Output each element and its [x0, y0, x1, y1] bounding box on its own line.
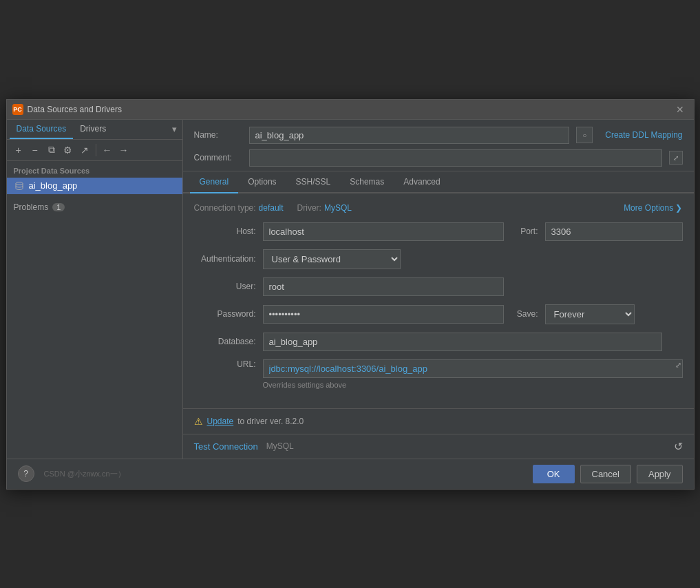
comment-label: Comment: — [194, 153, 242, 162]
ok-button[interactable]: OK — [533, 465, 575, 483]
export-button[interactable]: ↗ — [77, 143, 92, 158]
title-bar: PC Data Sources and Drivers ✕ — [7, 100, 694, 120]
sidebar-toolbar: + − ⧉ ⚙ ↗ ← → — [7, 140, 182, 161]
sidebar-tabs: Data Sources Drivers ▾ — [7, 120, 182, 140]
cancel-button[interactable]: Cancel — [580, 465, 631, 483]
problems-badge: 1 — [52, 203, 65, 211]
warning-icon: ⚠ — [194, 416, 203, 427]
user-input[interactable] — [263, 277, 504, 296]
conn-type-label: Connection type: — [194, 203, 256, 213]
url-input[interactable] — [263, 359, 683, 378]
help-button[interactable]: ? — [18, 465, 34, 482]
user-row: User: — [194, 277, 683, 296]
warning-text: to driver ver. 8.2.0 — [237, 417, 304, 426]
close-button[interactable]: ✕ — [672, 103, 688, 116]
overrides-hint: Overrides settings above — [263, 381, 683, 389]
svg-point-0 — [16, 182, 23, 185]
host-row: Host: Port: — [194, 222, 683, 241]
name-row: Name: ○ Create DDL Mapping — [194, 127, 683, 144]
update-link[interactable]: Update — [207, 417, 234, 426]
url-label: URL: — [194, 359, 256, 369]
auth-select[interactable]: User & Password No auth SSH SSL — [263, 249, 401, 269]
tab-data-sources[interactable]: Data Sources — [10, 120, 74, 139]
database-input[interactable] — [263, 333, 662, 351]
connection-header: Name: ○ Create DDL Mapping Comment: ⤢ — [183, 120, 694, 171]
database-row: Database: — [194, 333, 683, 351]
create-ddl-link[interactable]: Create DDL Mapping — [605, 130, 682, 140]
sidebar-tab-dropdown-icon[interactable]: ▾ — [169, 121, 180, 137]
problems-section: Problems 1 — [7, 200, 182, 215]
toolbar-separator — [96, 144, 96, 156]
dialog-title: Data Sources and Drivers — [28, 105, 668, 114]
host-input[interactable] — [263, 222, 504, 241]
project-data-sources-label: Project Data Sources — [7, 161, 182, 178]
comment-row: Comment: ⤢ — [194, 149, 683, 167]
password-label: Password: — [194, 309, 256, 319]
tab-ssh-ssl[interactable]: SSH/SSL — [286, 171, 341, 193]
url-row: URL: ⤢ — [194, 359, 683, 378]
database-label: Database: — [194, 337, 256, 346]
tab-advanced[interactable]: Advanced — [394, 171, 449, 193]
remove-button[interactable]: − — [28, 143, 43, 158]
auth-label: Authentication: — [194, 254, 256, 264]
datasource-icon — [14, 180, 25, 191]
main-content: Data Sources Drivers ▾ + − ⧉ ⚙ ↗ ← → Pro… — [7, 120, 694, 459]
dialog: PC Data Sources and Drivers ✕ Data Sourc… — [6, 99, 694, 490]
comment-input[interactable] — [249, 149, 662, 167]
add-button[interactable]: + — [11, 143, 26, 158]
sidebar: Data Sources Drivers ▾ + − ⧉ ⚙ ↗ ← → Pro… — [7, 120, 183, 459]
port-input[interactable] — [545, 222, 683, 241]
auth-row: Authentication: User & Password No auth … — [194, 249, 683, 269]
form-area: Connection type: default Driver: MySQL M… — [183, 193, 694, 408]
tabs-bar: General Options SSH/SSL Schemas Advanced — [183, 171, 694, 193]
conn-type-value[interactable]: default — [259, 203, 284, 213]
test-connection-button[interactable]: Test Connection — [194, 441, 258, 452]
name-label: Name: — [194, 130, 242, 140]
port-label: Port: — [511, 227, 538, 236]
settings-button[interactable]: ⚙ — [61, 143, 76, 158]
url-expand-button[interactable]: ⤢ — [675, 361, 681, 370]
name-input[interactable] — [249, 127, 570, 144]
problems-label: Problems — [14, 202, 49, 212]
datasource-name: ai_blog_app — [29, 180, 78, 191]
password-input[interactable] — [263, 305, 504, 324]
connection-info-row: Connection type: default Driver: MySQL M… — [194, 203, 683, 213]
comment-expand-button[interactable]: ⤢ — [669, 151, 683, 165]
conn-driver-label: Driver: — [297, 203, 321, 213]
spinner-button[interactable]: ○ — [576, 127, 593, 143]
bottom-actions: Test Connection MySQL ↺ — [183, 434, 694, 459]
footer-left: ? CSDN @小znwx.cn一） — [18, 465, 125, 482]
forward-button[interactable]: → — [116, 143, 131, 158]
user-label: User: — [194, 282, 256, 291]
warning-bar: ⚠ Update to driver ver. 8.2.0 — [183, 408, 694, 434]
watermark: CSDN @小znwx.cn一） — [44, 469, 125, 479]
save-select[interactable]: Forever Until restart Never — [545, 304, 635, 324]
dialog-footer: ? CSDN @小znwx.cn一） OK Cancel Apply — [7, 459, 694, 489]
app-icon: PC — [12, 104, 23, 115]
copy-button[interactable]: ⧉ — [44, 143, 59, 158]
refresh-button[interactable]: ↺ — [674, 440, 683, 453]
tab-schemas[interactable]: Schemas — [340, 171, 394, 193]
host-label: Host: — [194, 227, 256, 236]
tab-general[interactable]: General — [190, 171, 239, 193]
url-input-wrap: ⤢ — [263, 359, 683, 378]
mysql-label: MySQL — [266, 441, 294, 451]
password-row: Password: Save: Forever Until restart Ne… — [194, 304, 683, 324]
conn-driver-value[interactable]: MySQL — [324, 203, 352, 213]
save-label: Save: — [511, 309, 538, 319]
tab-options[interactable]: Options — [238, 171, 286, 193]
tab-drivers[interactable]: Drivers — [73, 120, 113, 139]
datasource-item-ai-blog-app[interactable]: ai_blog_app — [7, 178, 182, 194]
back-button[interactable]: ← — [100, 143, 115, 158]
right-panel: Name: ○ Create DDL Mapping Comment: ⤢ Ge… — [183, 120, 694, 459]
more-options-link[interactable]: More Options ❯ — [624, 203, 682, 213]
apply-button[interactable]: Apply — [637, 465, 683, 483]
